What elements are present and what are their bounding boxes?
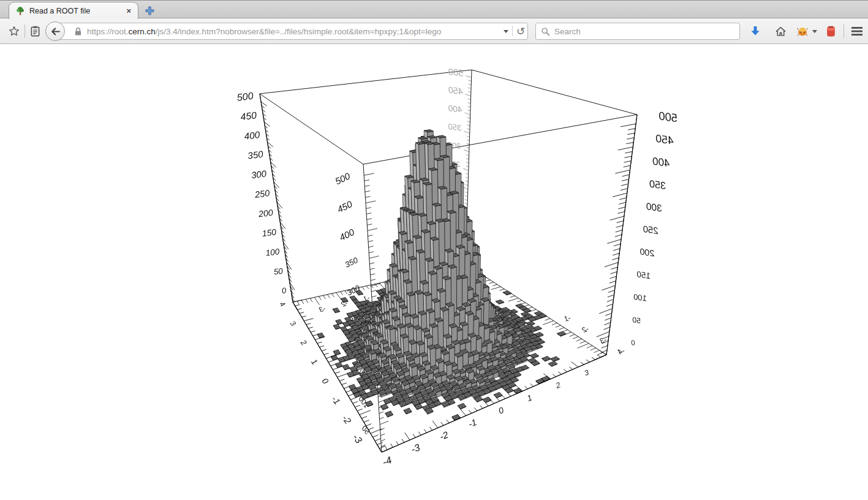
url-bar[interactable]: https://root.cern.ch/js/3.4/index.htm?no… <box>56 23 528 40</box>
search-placeholder: Search <box>554 27 581 36</box>
lock-icon <box>74 27 82 36</box>
plus-icon <box>145 6 154 15</box>
url-domain: cern.ch <box>129 27 156 36</box>
tab-read-a-root-file[interactable]: Read a ROOT file × <box>9 2 138 19</box>
bookmark-star-icon[interactable] <box>6 18 22 44</box>
bookmarks-menu-icon[interactable] <box>27 18 43 44</box>
back-button[interactable] <box>45 21 65 41</box>
search-box[interactable]: Search <box>535 23 740 40</box>
url-prefix: https://root. <box>87 27 129 36</box>
urlbar-dropdown-icon[interactable] <box>504 30 508 33</box>
tab-close-icon[interactable]: × <box>124 6 133 16</box>
root-lego-canvas[interactable] <box>0 45 868 500</box>
toolbar-separator <box>25 25 25 38</box>
downloads-icon[interactable] <box>746 18 764 44</box>
new-tab-button[interactable] <box>143 4 156 17</box>
root-tree-favicon <box>15 6 25 16</box>
home-icon[interactable] <box>771 18 790 44</box>
navigation-toolbar: https://root.cern.ch/js/3.4/index.htm?no… <box>0 18 868 44</box>
url-text[interactable]: https://root.cern.ch/js/3.4/index.htm?no… <box>87 27 504 36</box>
urlbar-separator <box>512 26 513 37</box>
toolbar-separator-right <box>843 25 844 38</box>
menu-hamburger-icon[interactable] <box>848 18 866 44</box>
browser-window: Read a ROOT file × <box>0 0 868 500</box>
url-path: /js/3.4/index.htm?nobrowser&file=../file… <box>156 27 441 36</box>
back-arrow-icon <box>50 26 61 37</box>
tab-title: Read a ROOT file <box>29 7 124 15</box>
addon-dropdown-icon[interactable] <box>810 18 820 44</box>
page-content <box>0 45 868 500</box>
firebug-addon-icon[interactable] <box>794 18 810 44</box>
tab-strip: Read a ROOT file × <box>0 0 868 18</box>
reload-icon[interactable]: ↻ <box>516 26 525 37</box>
eraser-addon-icon[interactable] <box>822 18 839 44</box>
search-magnifier-icon <box>541 27 550 36</box>
